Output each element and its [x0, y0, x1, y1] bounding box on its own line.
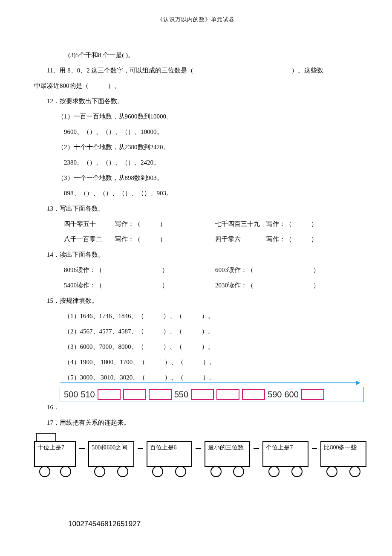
nl-510: 510: [81, 384, 95, 405]
page-title: 《认识万以内的数》单元试卷: [26, 13, 366, 26]
q14-r1c: 6003读作：（: [215, 266, 254, 273]
answers-line: 100274546812651927: [68, 515, 366, 533]
train-car: 最小的三位数: [205, 433, 251, 477]
q12-s3a: 898、（）、（）、（）、（）、903。: [26, 185, 366, 201]
hitch-icon: [196, 448, 201, 449]
train-car: 百位上是6: [147, 433, 193, 477]
q14-row2: 5400读作：（） 2030读作：（）: [26, 278, 366, 293]
nl-blank[interactable]: [301, 389, 324, 400]
q13-r2d: 写作：（ ）: [266, 236, 317, 243]
hitch-icon: [79, 448, 85, 449]
q12-s1: （1）一百一百地数，从9600数到10000。: [26, 109, 366, 124]
nl-blank[interactable]: [98, 389, 121, 400]
nl-blank[interactable]: [216, 389, 239, 400]
hitch-icon: [138, 448, 143, 449]
nl-550: 550: [174, 384, 188, 405]
wheel-icon: [152, 466, 163, 477]
train-engine: 十位上是7: [34, 433, 76, 477]
q12-s2: （2）十个十个地数，从2380数到2420。: [26, 139, 366, 155]
q15-l1: （1）1646、1746、1846、（ ）、（ ）。: [26, 308, 366, 324]
nl-blank[interactable]: [191, 389, 214, 400]
q14-r2d: ）: [313, 282, 320, 289]
wheel-icon: [94, 466, 105, 477]
car-label: 十位上是7: [34, 441, 76, 467]
wheel-icon: [291, 466, 303, 477]
q15-title: 15．按规律填数。: [26, 293, 366, 308]
q14-r2c: 2030读作：（: [215, 282, 254, 289]
q12-s1a: 9600、（）、（）、（）、10000。: [26, 124, 366, 139]
q11-main: 11、用 8、0、2 这三个数字，可以组成的三位数是（: [47, 67, 193, 74]
q13-r1b: 写作：（ ）: [115, 220, 166, 227]
wheel-icon: [175, 466, 186, 477]
car-label: 最小的三位数: [205, 441, 251, 467]
arrow-icon: [60, 381, 362, 385]
q11-line2: 中最凑近800的是（ ）。: [26, 78, 366, 93]
nl-blank[interactable]: [123, 389, 146, 400]
q17-title: 17．用线把有关系的连起来。: [26, 415, 366, 430]
q13-row1: 四千零五十写作：（ ） 七千四百三十九写作：（ ）: [26, 216, 366, 232]
wheel-icon: [349, 466, 360, 477]
q14-title: 14．读出下面各数。: [26, 247, 366, 262]
wheel-icon: [233, 466, 244, 477]
hitch-icon: [312, 448, 317, 449]
q14-r2b: ）: [162, 282, 168, 289]
q15-l4: （4）1900、 1800、1700、（ ）、（ ）。: [26, 354, 366, 370]
nl-500: 500: [64, 384, 78, 405]
q11-line1: 11、用 8、0、2 这三个数字，可以组成的三位数是（）。这些数: [26, 63, 366, 78]
q13-r2b: 写作：（ ）: [115, 236, 166, 243]
q13-r1a: 四千零五十: [64, 216, 115, 232]
q11-tail: ）。这些数: [291, 67, 323, 74]
nl-blank[interactable]: [149, 389, 172, 400]
q15-l3: （3）6000、7000、8000、（ ）、（ ）。: [26, 339, 366, 354]
q15-l2: （2）4567、4577、4587、（ ）、（ ）。: [26, 324, 366, 339]
q14-r1a: 8096读作：（: [64, 266, 102, 273]
q13-r2a: 八千一百零二: [64, 232, 115, 247]
car-label: 百位上是6: [147, 441, 193, 467]
train-row: 十位上是7 500和600之间 百位上是6 最小的三位数 个位上是7: [34, 433, 366, 477]
nl-blank[interactable]: [242, 389, 265, 400]
q12-s3: （3）一个一个地数，从898数到903。: [26, 170, 366, 185]
q14-r2a: 5400读作：（: [64, 282, 102, 289]
car-label: 比800多一些: [320, 441, 366, 467]
q13-row2: 八千一百零二写作：（ ） 四千零六写作：（ ）: [26, 232, 366, 247]
q13-r1c: 七千四百三十九: [215, 216, 266, 232]
car-label: 500和600之间: [88, 441, 134, 467]
hitch-icon: [254, 448, 259, 449]
train-car: 500和600之间: [88, 433, 134, 477]
q14-row1: 8096读作：（） 6003读作：（）: [26, 262, 366, 278]
nl-600: 600: [285, 384, 299, 405]
nl-590: 590: [268, 384, 282, 405]
car-label: 个位上是7: [262, 441, 308, 467]
train-car: 比800多一些: [320, 433, 366, 477]
q13-r2c: 四千零六: [215, 232, 266, 247]
q12-s2a: 2380、（）、（）、（）、2420。: [26, 155, 366, 170]
wheel-icon: [210, 466, 222, 477]
q13-title: 13．写出下面各数。: [26, 201, 366, 216]
wheel-icon: [39, 466, 50, 477]
q12-title: 12．按要求数出下面各数。: [26, 93, 366, 109]
wheel-icon: [326, 466, 337, 477]
q13-r1d: 写作：（ ）: [266, 220, 317, 227]
q14-r1d: ）: [313, 266, 320, 273]
train-car: 个位上是7: [262, 433, 308, 477]
q10-sub3: (3)5个千和8 个一是( )。: [26, 47, 366, 63]
wheel-icon: [117, 466, 128, 477]
wheel-icon: [268, 466, 280, 477]
number-line: 500 510 550 590 600: [60, 387, 366, 402]
wheel-icon: [60, 466, 71, 477]
q14-r1b: ）: [162, 266, 168, 273]
